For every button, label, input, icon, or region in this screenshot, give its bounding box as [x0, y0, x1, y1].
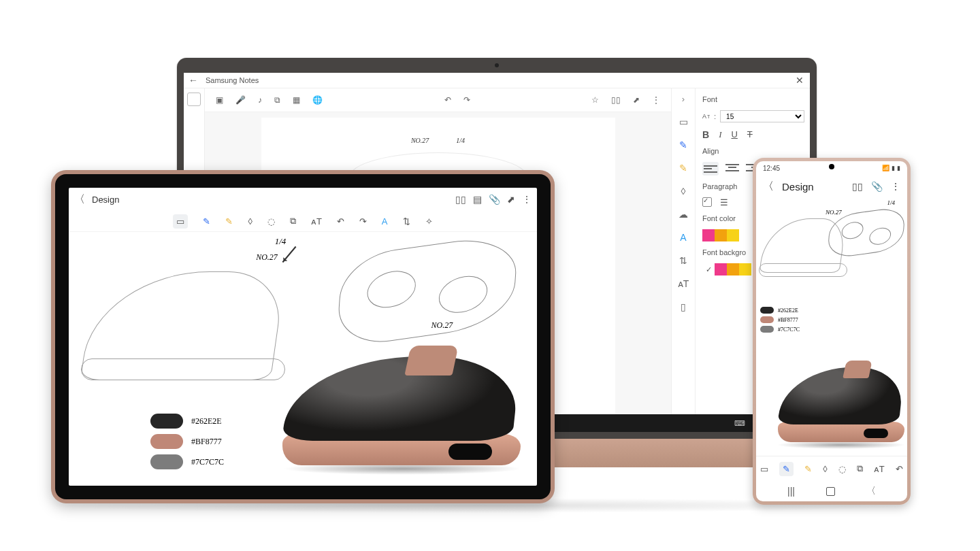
music-icon[interactable]: ♪ — [258, 95, 262, 105]
strikethrough-button[interactable]: T — [747, 129, 753, 140]
bg-swatch[interactable] — [739, 263, 751, 276]
pen-icon[interactable]: ✎ — [779, 462, 794, 476]
window-titlebar: ← Samsung Notes ✕ — [184, 73, 810, 88]
reading-mode-icon[interactable]: ▯▯ — [455, 194, 466, 205]
undo-icon[interactable]: ↶ — [337, 216, 344, 227]
eraser-icon[interactable]: ◊ — [681, 186, 686, 197]
more-icon[interactable]: ⋮ — [652, 95, 660, 105]
more-icon[interactable]: ⋮ — [522, 194, 532, 205]
line-spacing-icon[interactable]: ⇅ — [679, 255, 687, 266]
phone-screen: 12:45 📶 ▮ ▮ 〈 Design ▯▯ 📎 ⋮ 1/4 NO.27 — [756, 161, 907, 501]
color-blob — [760, 326, 774, 333]
lasso-icon[interactable]: ◌ — [838, 464, 846, 474]
swatch-row: #7C7C7C — [150, 454, 224, 469]
tablet-canvas[interactable]: 1/4 NO.27 NO.27 #262E2E #BF8777 #7 — [69, 232, 537, 486]
wifi-icon: 📶 — [882, 165, 889, 171]
text-mode-icon[interactable]: ▭ — [173, 214, 188, 229]
reading-mode-icon[interactable]: ▯▯ — [611, 95, 621, 105]
text-mode-icon[interactable]: ▭ — [760, 464, 768, 474]
pen-icon[interactable]: ✎ — [203, 216, 210, 227]
phone-status-bar: 12:45 📶 ▮ ▮ — [756, 161, 907, 175]
share-icon[interactable]: ⬈ — [633, 95, 640, 105]
globe-icon[interactable]: 🌐 — [312, 95, 323, 105]
android-navbar: ||| 〈 — [756, 481, 907, 501]
swatch-row: #262E2E — [760, 307, 800, 314]
no-bg-swatch[interactable]: ✓ — [702, 263, 715, 276]
font-style-icon[interactable]: A — [680, 232, 686, 243]
font-size-select[interactable]: 15 — [720, 110, 804, 122]
mic-icon[interactable]: 🎤 — [235, 95, 246, 105]
lasso-icon[interactable]: ◌ — [267, 216, 275, 227]
align-center-button[interactable] — [725, 162, 739, 173]
color-swatch-list: #262E2E #BF8777 #7C7C7C — [150, 414, 224, 469]
eraser-icon[interactable]: ◊ — [823, 464, 827, 474]
page-icon[interactable]: ▤ — [473, 194, 482, 205]
phone-canvas[interactable]: 1/4 NO.27 #262E2E #BF8777 #7C7C7C — [756, 198, 907, 456]
phone-topbar: 〈 Design ▯▯ 📎 ⋮ — [756, 175, 907, 198]
image-icon[interactable]: ▣ — [216, 95, 223, 105]
app-title: Samsung Notes — [203, 76, 789, 84]
color-hex-label: #262E2E — [778, 307, 798, 314]
text-convert-icon[interactable]: ᴀT — [311, 216, 322, 227]
bold-button[interactable]: B — [702, 129, 709, 140]
align-left-button[interactable] — [702, 162, 719, 176]
back-button[interactable]: 〈 — [866, 485, 876, 497]
home-button[interactable] — [826, 487, 835, 496]
chevron-right-icon[interactable]: › — [682, 94, 685, 104]
more-icon[interactable]: ⋮ — [891, 181, 900, 192]
template-icon[interactable]: ▦ — [293, 95, 300, 105]
battery-icon: ▮ — [897, 165, 900, 171]
text-convert-icon[interactable]: ᴀT — [874, 464, 885, 474]
page-thumbnails-icon[interactable] — [187, 93, 201, 106]
editor-toolbar: ▣ 🎤 ♪ ⧉ ▦ 🌐 ↶ ↷ ☆ ▯▯ ⬈ ⋮ — [205, 88, 671, 112]
line-spacing-icon[interactable]: ⇅ — [403, 216, 410, 227]
italic-button[interactable]: I — [719, 129, 721, 140]
signal-icon: ▮ — [892, 165, 895, 171]
cloud-icon[interactable]: ☁ — [679, 209, 688, 220]
text-mode-icon[interactable]: ▭ — [679, 116, 688, 127]
highlighter-icon[interactable]: ✎ — [804, 464, 812, 474]
back-icon[interactable]: ← — [184, 75, 203, 86]
bg-swatch[interactable] — [727, 263, 739, 276]
font-style-icon[interactable]: A — [382, 216, 388, 227]
ruler-icon[interactable]: ⧉ — [290, 216, 296, 227]
phone-camera-icon — [829, 164, 834, 169]
color-swatch[interactable] — [727, 229, 739, 241]
taskbar-keyboard-icon[interactable]: ⌨ — [734, 419, 745, 428]
canvas-fraction: 1/4 — [887, 199, 895, 206]
color-blob — [760, 307, 774, 314]
swatch-row: #BF8777 — [760, 316, 800, 323]
share-icon[interactable]: ⬈ — [507, 194, 515, 205]
undo-icon[interactable]: ↶ — [444, 95, 451, 105]
magic-icon[interactable]: ✧ — [425, 216, 433, 227]
bg-swatch[interactable] — [715, 263, 727, 276]
eraser-icon[interactable]: ◊ — [248, 216, 252, 227]
redo-icon[interactable]: ↷ — [359, 216, 367, 227]
highlighter-icon[interactable]: ✎ — [225, 216, 233, 227]
color-swatch[interactable] — [715, 229, 727, 241]
star-icon[interactable]: ☆ — [591, 95, 599, 105]
close-icon[interactable]: ✕ — [789, 75, 810, 86]
phone-toolbar: ▭ ✎ ✎ ◊ ◌ ⧉ ᴀT ↶ — [756, 456, 907, 481]
color-hex-label: #262E2E — [191, 416, 222, 427]
color-swatch-list: #262E2E #BF8777 #7C7C7C — [760, 307, 800, 333]
attach-icon[interactable]: 📎 — [871, 181, 883, 192]
checklist-button[interactable] — [702, 197, 712, 207]
ruler-icon[interactable]: ⧉ — [857, 463, 863, 474]
redo-icon[interactable]: ↷ — [463, 95, 470, 105]
back-icon[interactable]: 〈 — [74, 193, 85, 207]
document-icon[interactable]: ▯ — [681, 301, 686, 312]
text-height-icon[interactable]: ᴀT — [678, 278, 689, 289]
highlighter-icon[interactable]: ✎ — [679, 163, 687, 173]
recents-button[interactable]: ||| — [787, 486, 795, 497]
reading-mode-icon[interactable]: ▯▯ — [852, 181, 863, 192]
back-icon[interactable]: 〈 — [763, 180, 774, 194]
underline-button[interactable]: U — [731, 129, 737, 140]
pen-icon[interactable]: ✎ — [679, 139, 687, 150]
shoe-render — [774, 356, 907, 452]
color-swatch[interactable] — [702, 229, 715, 241]
insert-box-icon[interactable]: ⧉ — [274, 95, 280, 105]
bullet-list-button[interactable] — [720, 197, 728, 207]
attach-icon[interactable]: 📎 — [489, 194, 500, 205]
undo-icon[interactable]: ↶ — [896, 464, 903, 474]
